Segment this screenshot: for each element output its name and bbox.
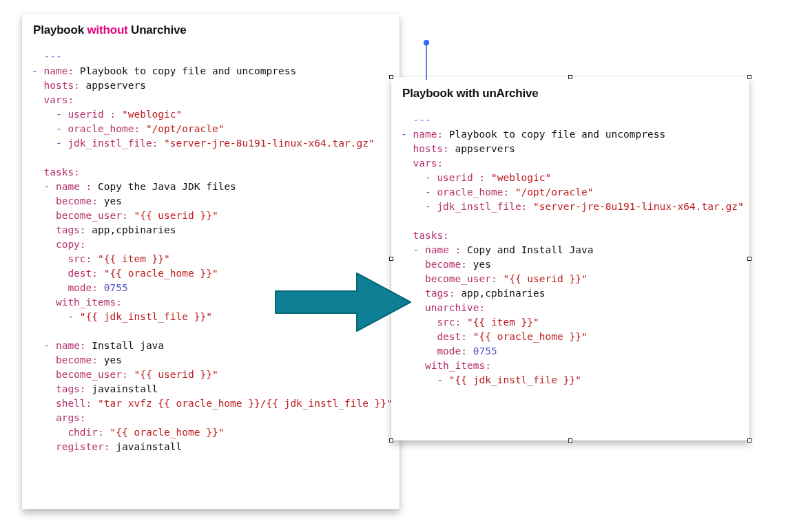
title-post: Unarchive	[128, 23, 187, 36]
card-title-left: Playbook without Unarchive	[33, 23, 391, 37]
pin-decoration	[423, 40, 430, 80]
code-block-right: --- - name: Playbook to copy file and un…	[401, 113, 741, 387]
comparison-stage: Playbook without Unarchive --- - name: P…	[0, 0, 799, 532]
card-with-unarchive: Playbook with unArchive --- - name: Play…	[391, 77, 749, 440]
arrow-icon	[274, 270, 412, 334]
card-title-right: Playbook with unArchive	[402, 87, 741, 100]
title-highlight: without	[87, 23, 128, 36]
card-without-unarchive: Playbook without Unarchive --- - name: P…	[22, 14, 400, 509]
title-pre: Playbook	[33, 23, 87, 36]
code-block-left: --- - name: Playbook to copy file and un…	[32, 50, 391, 454]
